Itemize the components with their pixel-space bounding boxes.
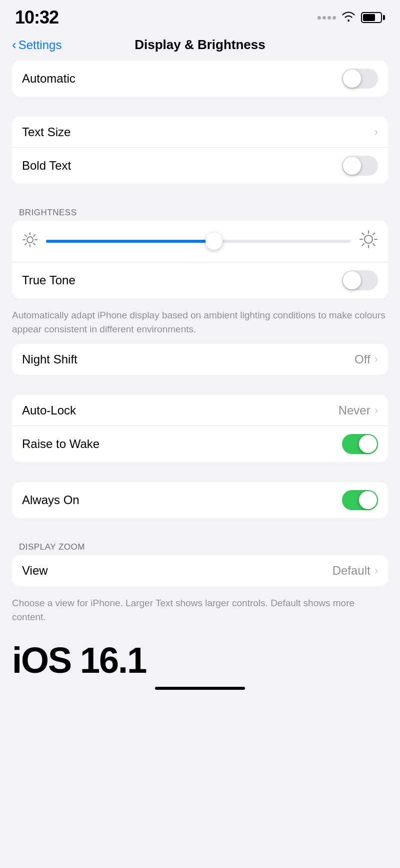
- back-chevron-icon: ‹: [12, 37, 16, 53]
- svg-point-0: [27, 237, 33, 243]
- automatic-section: Automatic: [12, 61, 388, 97]
- bold-text-toggle-thumb: [343, 157, 361, 175]
- true-tone-toggle-thumb: [343, 271, 361, 289]
- status-time: 10:32: [15, 7, 58, 28]
- text-size-chevron-icon: ›: [374, 126, 378, 139]
- view-row[interactable]: View Default ›: [12, 555, 388, 586]
- wifi-icon: [341, 11, 356, 25]
- home-bar: [155, 687, 245, 690]
- bold-text-toggle-container: [342, 156, 378, 176]
- text-size-right: ›: [374, 126, 378, 139]
- true-tone-row[interactable]: True Tone: [12, 262, 388, 298]
- auto-lock-label: Auto-Lock: [22, 403, 76, 417]
- sun-small-icon: [22, 232, 38, 251]
- view-chevron-icon: ›: [374, 564, 378, 577]
- raise-to-wake-toggle-thumb: [359, 435, 377, 453]
- automatic-card: Automatic: [12, 61, 388, 97]
- svg-point-9: [364, 235, 372, 243]
- bold-text-row[interactable]: Bold Text: [12, 148, 388, 184]
- back-label: Settings: [18, 38, 62, 52]
- svg-line-5: [25, 235, 26, 236]
- automatic-toggle[interactable]: [342, 69, 378, 89]
- bold-text-toggle[interactable]: [342, 156, 378, 176]
- display-zoom-section-label: DISPLAY ZOOM: [12, 538, 388, 555]
- svg-line-7: [34, 235, 35, 236]
- status-icons: [318, 11, 385, 25]
- svg-line-16: [373, 233, 375, 235]
- signal-icon: [318, 16, 336, 20]
- night-shift-section: Night Shift Off ›: [12, 344, 388, 375]
- auto-lock-right: Never ›: [338, 403, 378, 417]
- brightness-slider[interactable]: [46, 240, 351, 243]
- always-on-toggle[interactable]: [342, 490, 378, 510]
- svg-line-14: [362, 233, 364, 235]
- true-tone-toggle[interactable]: [342, 270, 378, 290]
- night-shift-label: Night Shift: [22, 352, 78, 366]
- automatic-row[interactable]: Automatic: [12, 61, 388, 97]
- brightness-section: BRIGHTNESS: [12, 204, 388, 298]
- text-size-row[interactable]: Text Size ›: [12, 117, 388, 148]
- always-on-label: Always On: [22, 493, 80, 507]
- svg-line-8: [25, 243, 26, 245]
- view-right: Default ›: [332, 564, 378, 578]
- auto-lock-row[interactable]: Auto-Lock Never ›: [12, 395, 388, 426]
- brightness-slider-thumb[interactable]: [206, 233, 222, 250]
- auto-lock-value: Never: [338, 403, 370, 417]
- home-indicator: [0, 683, 400, 700]
- raise-to-wake-toggle[interactable]: [342, 434, 378, 454]
- nav-header: ‹ Settings Display & Brightness: [0, 32, 400, 61]
- always-on-toggle-container: [342, 490, 378, 510]
- view-label: View: [22, 564, 48, 578]
- always-on-card: Always On: [12, 482, 388, 518]
- bold-text-label: Bold Text: [22, 159, 71, 173]
- night-shift-value: Off: [354, 352, 370, 366]
- display-zoom-description: Choose a view for iPhone. Larger Text sh…: [0, 591, 400, 632]
- text-card: Text Size › Bold Text: [12, 117, 388, 184]
- auto-lock-chevron-icon: ›: [374, 404, 378, 417]
- ios-version-label: iOS 16.1: [0, 632, 400, 683]
- brightness-slider-fill: [46, 240, 214, 243]
- view-value: Default: [332, 564, 370, 578]
- night-shift-right: Off ›: [354, 352, 378, 366]
- brightness-section-label: BRIGHTNESS: [12, 204, 388, 221]
- autolock-card: Auto-Lock Never › Raise to Wake: [12, 395, 388, 462]
- brightness-slider-row[interactable]: [12, 221, 388, 262]
- always-on-toggle-thumb: [359, 491, 377, 509]
- display-zoom-section: DISPLAY ZOOM View Default ›: [12, 538, 388, 586]
- automatic-toggle-container: [342, 69, 378, 89]
- svg-line-15: [373, 244, 375, 246]
- text-section: Text Size › Bold Text: [12, 117, 388, 184]
- automatic-label: Automatic: [22, 72, 76, 86]
- night-shift-card: Night Shift Off ›: [12, 344, 388, 375]
- page-title: Display & Brightness: [134, 37, 266, 53]
- back-button[interactable]: ‹ Settings: [12, 37, 62, 53]
- text-size-label: Text Size: [22, 125, 70, 139]
- true-tone-label: True Tone: [22, 273, 76, 287]
- true-tone-toggle-container: [342, 270, 378, 290]
- raise-to-wake-row[interactable]: Raise to Wake: [12, 426, 388, 462]
- raise-to-wake-toggle-container: [342, 434, 378, 454]
- night-shift-chevron-icon: ›: [374, 353, 378, 366]
- automatic-toggle-thumb: [343, 70, 361, 88]
- status-bar: 10:32: [0, 0, 400, 32]
- display-zoom-card: View Default ›: [12, 555, 388, 586]
- true-tone-description: Automatically adapt iPhone display based…: [0, 303, 400, 344]
- svg-line-17: [362, 244, 364, 246]
- night-shift-row[interactable]: Night Shift Off ›: [12, 344, 388, 375]
- sun-large-icon: [359, 230, 378, 253]
- battery-icon: [361, 12, 385, 23]
- brightness-card: True Tone: [12, 221, 388, 298]
- raise-to-wake-label: Raise to Wake: [22, 437, 100, 451]
- always-on-section: Always On: [12, 482, 388, 518]
- svg-line-6: [34, 243, 35, 245]
- always-on-row[interactable]: Always On: [12, 482, 388, 518]
- autolock-section: Auto-Lock Never › Raise to Wake: [12, 395, 388, 462]
